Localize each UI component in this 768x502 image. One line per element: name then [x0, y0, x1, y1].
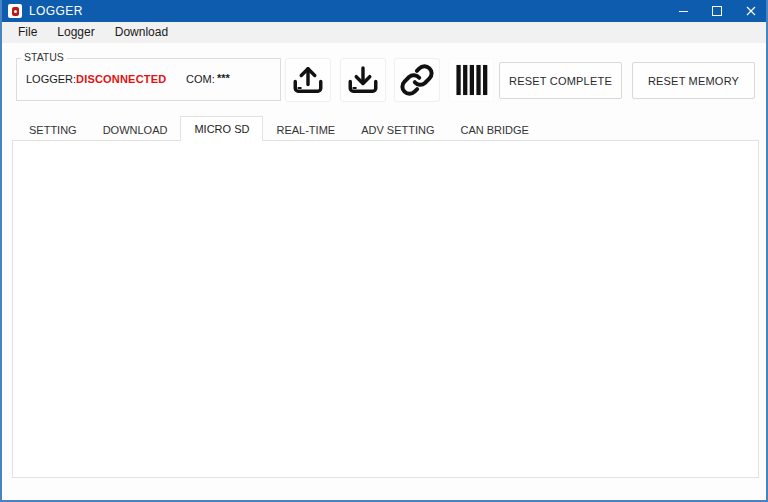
status-group-label: STATUS	[21, 51, 67, 63]
download-button[interactable]	[340, 58, 386, 102]
reset-complete-button[interactable]: RESET COMPLETE	[499, 62, 622, 99]
menu-file[interactable]: File	[8, 22, 47, 43]
app-window: LOGGER File Logger Download STATUS LOGGE…	[0, 0, 768, 502]
connect-button[interactable]	[394, 58, 440, 102]
upload-icon	[290, 62, 326, 98]
tab-adv-setting[interactable]: ADV SETTING	[348, 120, 447, 141]
com-label: COM:	[186, 73, 215, 85]
micro-sd-panel	[12, 140, 759, 478]
tab-setting[interactable]: SETTING	[16, 120, 90, 141]
download-icon	[345, 62, 381, 98]
minimize-button[interactable]	[666, 0, 700, 22]
titlebar[interactable]: LOGGER	[0, 0, 768, 22]
tab-download[interactable]: DOWNLOAD	[90, 120, 181, 141]
tab-micro-sd[interactable]: MICRO SD	[180, 116, 263, 141]
close-button[interactable]	[734, 0, 768, 22]
minimize-icon	[679, 11, 688, 12]
logger-status-value: DISCONNECTED	[76, 73, 166, 85]
barcode-icon	[452, 61, 490, 99]
reset-memory-button[interactable]: RESET MEMORY	[632, 62, 755, 99]
window-title: LOGGER	[29, 4, 83, 18]
menu-bar: File Logger Download	[0, 22, 768, 43]
tab-strip: SETTING DOWNLOAD MICRO SD REAL-TIME ADV …	[16, 117, 542, 141]
barcode-button[interactable]	[448, 58, 494, 102]
upload-button[interactable]	[285, 58, 331, 102]
maximize-button[interactable]	[700, 0, 734, 22]
tab-can-bridge[interactable]: CAN BRIDGE	[447, 120, 541, 141]
com-value: ***	[217, 72, 230, 84]
link-icon	[398, 61, 436, 99]
window-controls	[666, 0, 768, 22]
tab-real-time[interactable]: REAL-TIME	[263, 120, 348, 141]
menu-logger[interactable]: Logger	[47, 22, 104, 43]
maximize-icon	[712, 6, 722, 16]
close-icon	[746, 6, 756, 16]
app-logo-glyph	[12, 7, 19, 16]
logger-status-label: LOGGER:	[26, 73, 76, 85]
app-icon	[8, 4, 22, 18]
menu-download[interactable]: Download	[105, 22, 178, 43]
